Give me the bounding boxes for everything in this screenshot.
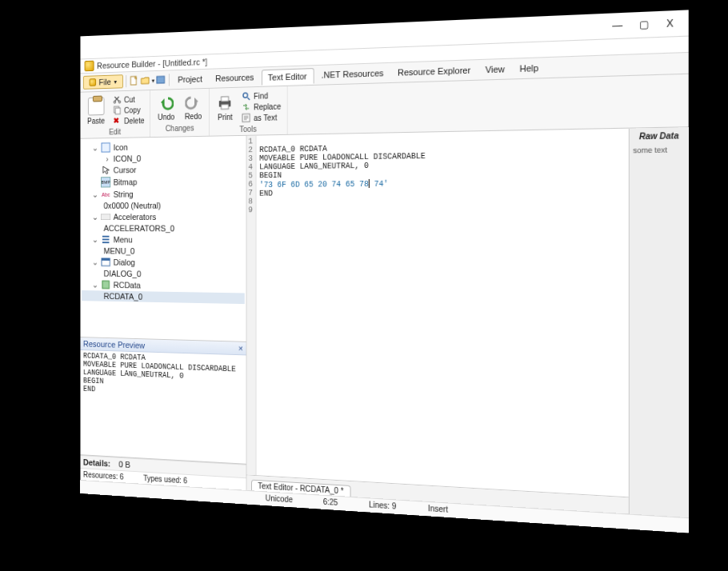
copy-icon bbox=[113, 106, 121, 115]
svg-point-2 bbox=[114, 101, 116, 103]
chevron-down-icon[interactable]: ⌄ bbox=[91, 234, 98, 244]
preview-title: Resource Preview bbox=[83, 339, 145, 350]
print-label: Print bbox=[218, 113, 233, 122]
tree-label: RCDATA_0 bbox=[104, 291, 143, 301]
tree-item-rcdata-0[interactable]: RCDATA_0 bbox=[82, 290, 245, 304]
cut-icon bbox=[113, 95, 121, 105]
chevron-down-icon[interactable]: ⌄ bbox=[91, 212, 98, 222]
svg-rect-11 bbox=[102, 143, 110, 152]
print-icon bbox=[217, 94, 233, 111]
details-value: 0 B bbox=[118, 460, 130, 469]
chevron-down-icon[interactable]: ▾ bbox=[151, 77, 154, 84]
tree-label: Menu bbox=[114, 235, 133, 244]
find-button[interactable]: Find bbox=[241, 90, 283, 102]
tab-text-editor[interactable]: Text Editor bbox=[262, 68, 314, 86]
tab-view[interactable]: View bbox=[478, 62, 511, 78]
tree-node-string[interactable]: ⌄ Abc String bbox=[82, 187, 245, 200]
tree-node-accelerators[interactable]: ⌄ Accelerators bbox=[82, 210, 245, 223]
chevron-down-icon[interactable]: ⌄ bbox=[91, 257, 98, 266]
file-menu[interactable]: File ▾ bbox=[83, 74, 123, 90]
preview-body: RCDATA_0 RCDATA MOVEABLE PURE LOADONCALL… bbox=[80, 350, 246, 465]
maximize-button[interactable]: ▢ bbox=[630, 14, 657, 35]
svg-rect-1 bbox=[157, 76, 165, 83]
tab-net-resources[interactable]: .NET Resources bbox=[315, 66, 390, 82]
close-button[interactable]: X bbox=[657, 13, 683, 34]
svg-rect-7 bbox=[222, 96, 229, 101]
delete-label: Delete bbox=[124, 116, 144, 125]
replace-label: Replace bbox=[254, 102, 281, 111]
svg-point-3 bbox=[118, 101, 121, 103]
ribbon-group-changes: Undo Redo Changes bbox=[150, 89, 210, 137]
cursor-type-icon bbox=[101, 165, 110, 175]
find-label: Find bbox=[254, 91, 268, 100]
redo-button[interactable]: Redo bbox=[182, 92, 205, 122]
resource-tree[interactable]: ⌄ Icon › ICON_0 Cursor BMP bbox=[80, 136, 246, 341]
raw-data-panel: Raw Data some text bbox=[629, 127, 689, 517]
tree-node-menu[interactable]: ⌄ Menu bbox=[82, 234, 245, 246]
paste-icon bbox=[88, 97, 105, 115]
details-label: Details: bbox=[83, 457, 110, 468]
replace-button[interactable]: Replace bbox=[241, 101, 283, 113]
open-folder-icon[interactable] bbox=[140, 75, 150, 86]
undo-icon bbox=[158, 94, 174, 112]
redo-label: Redo bbox=[185, 112, 202, 121]
redo-icon bbox=[186, 94, 202, 111]
tab-resources[interactable]: Resources bbox=[210, 70, 260, 86]
types-count: Types used: 6 bbox=[143, 474, 187, 485]
raw-data-text: some text bbox=[633, 146, 685, 155]
chevron-down-icon[interactable]: ⌄ bbox=[91, 190, 98, 199]
file-label: File bbox=[99, 78, 111, 87]
as-text-button[interactable]: as Text bbox=[241, 111, 283, 123]
raw-data-title: Raw Data bbox=[633, 131, 685, 142]
editor-gutter: 1 2 3 4 5 6 7 8 9 bbox=[247, 136, 257, 476]
svg-rect-15 bbox=[102, 281, 110, 289]
tree-label: DIALOG_0 bbox=[104, 269, 142, 278]
dialog-type-icon bbox=[101, 257, 110, 267]
icon-type-icon bbox=[101, 142, 110, 153]
status-encoding: Unicode bbox=[266, 493, 293, 504]
delete-button[interactable]: ✖ Delete bbox=[112, 115, 146, 126]
ribbon-caption-edit: Edit bbox=[85, 127, 146, 137]
paste-button[interactable]: Paste bbox=[85, 95, 108, 126]
cut-button[interactable]: Cut bbox=[112, 94, 146, 105]
delete-icon: ✖ bbox=[113, 116, 121, 126]
code-editor[interactable]: 1 2 3 4 5 6 7 8 9 RCDATA_0 RCDATA MOVEAB… bbox=[247, 129, 629, 498]
tree-node-bitmap[interactable]: BMP Bitmap bbox=[82, 175, 245, 189]
tree-label: Dialog bbox=[114, 258, 135, 267]
tab-help[interactable]: Help bbox=[513, 60, 545, 76]
chevron-right-icon[interactable]: › bbox=[104, 154, 111, 163]
resources-count: Resources: 6 bbox=[83, 470, 124, 481]
recent-icon[interactable] bbox=[156, 74, 166, 86]
accelerator-type-icon bbox=[101, 212, 110, 222]
tree-item-accelerators-0[interactable]: ACCELERATORS_0 bbox=[82, 223, 245, 234]
right-column: 1 2 3 4 5 6 7 8 9 RCDATA_0 RCDATA MOVEAB… bbox=[247, 127, 689, 517]
status-position: 6:25 bbox=[323, 497, 338, 507]
status-lines: Lines: 9 bbox=[369, 500, 396, 510]
svg-rect-14 bbox=[102, 258, 110, 261]
svg-rect-12 bbox=[101, 214, 110, 220]
svg-rect-5 bbox=[115, 108, 120, 114]
tree-label: Bitmap bbox=[114, 178, 138, 187]
chevron-down-icon[interactable]: ⌄ bbox=[91, 280, 98, 289]
ribbon-caption-tools: Tools bbox=[214, 124, 282, 134]
copy-button[interactable]: Copy bbox=[112, 104, 146, 115]
tree-item-string-0[interactable]: 0x0000 (Neutral) bbox=[82, 200, 245, 211]
undo-button[interactable]: Undo bbox=[155, 93, 178, 123]
cut-label: Cut bbox=[124, 95, 135, 104]
left-column: ⌄ Icon › ICON_0 Cursor BMP bbox=[80, 136, 246, 490]
minimize-button[interactable]: — bbox=[605, 15, 630, 37]
new-file-icon[interactable] bbox=[129, 75, 138, 86]
ribbon-caption-changes: Changes bbox=[155, 123, 205, 133]
paste-label: Paste bbox=[87, 116, 105, 125]
tab-resource-explorer[interactable]: Resource Explorer bbox=[391, 62, 477, 80]
print-button[interactable]: Print bbox=[214, 92, 236, 122]
chevron-down-icon[interactable]: ⌄ bbox=[91, 143, 98, 153]
tab-project[interactable]: Project bbox=[172, 72, 208, 87]
string-type-icon: Abc bbox=[101, 189, 110, 199]
preview-close-button[interactable]: × bbox=[238, 344, 243, 353]
copy-label: Copy bbox=[124, 106, 140, 114]
svg-rect-8 bbox=[222, 104, 229, 109]
tree-label: RCData bbox=[114, 280, 141, 289]
tree-label: MENU_0 bbox=[104, 246, 135, 256]
editor-content[interactable]: RCDATA_0 RCDATA MOVEABLE PURE LOADONCALL… bbox=[257, 132, 429, 485]
